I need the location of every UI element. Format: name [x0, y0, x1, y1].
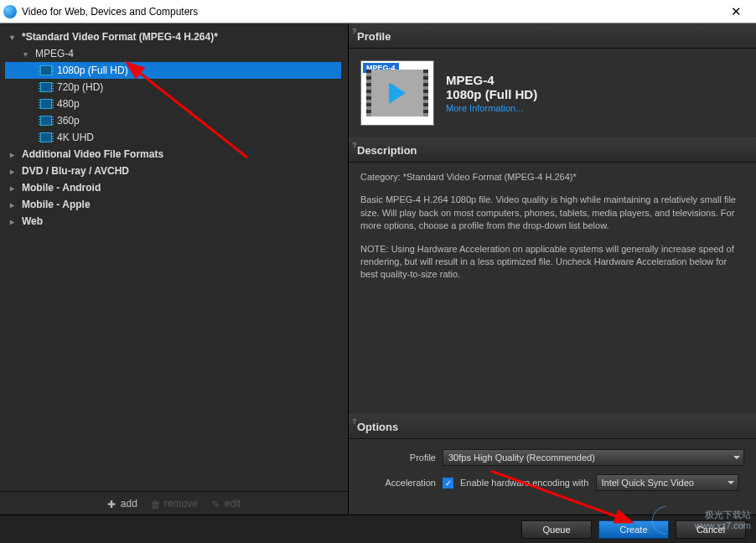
- tree-group-mpeg4[interactable]: ▾MPEG-4: [5, 45, 341, 62]
- help-icon[interactable]: ?: [352, 417, 357, 426]
- section-title: Description: [357, 144, 417, 157]
- chevron-down-icon: ▾: [10, 33, 18, 42]
- description-text-1: Basic MPEG-4 H.264 1080p file. Video qua…: [360, 194, 744, 232]
- help-icon[interactable]: ?: [352, 27, 357, 35]
- description-body: Category: *Standard Video Format (MPEG-4…: [349, 163, 756, 414]
- edit-button[interactable]: ✎edit: [211, 498, 241, 509]
- tree-item-label: 360p: [57, 115, 80, 127]
- tree-group-label: DVD / Blu-ray / AVCHD: [22, 165, 129, 177]
- toolbar-label: edit: [225, 498, 241, 509]
- chevron-right-icon: ▸: [10, 184, 18, 193]
- profile-body: MPEG-4 MPEG-4 1080p (Full HD) More Infor…: [349, 49, 756, 137]
- left-toolbar: ✚add 🗑remove ✎edit: [0, 491, 348, 515]
- pencil-icon: ✎: [211, 499, 221, 509]
- tree-item-label: 4K UHD: [57, 132, 94, 143]
- description-category: Category: *Standard Video Format (MPEG-4…: [360, 171, 744, 184]
- profile-title: MPEG-4: [446, 73, 537, 87]
- cancel-button[interactable]: Cancel: [676, 520, 746, 539]
- options-heading: ?Options: [349, 414, 756, 439]
- chevron-right-icon: ▸: [10, 217, 18, 226]
- profile-thumbnail: MPEG-4: [360, 60, 434, 126]
- section-title: Profile: [357, 30, 391, 43]
- checkbox-label: Enable hardware encoding with: [460, 478, 589, 488]
- profile-info: MPEG-4 1080p (Full HD) More Information.…: [446, 60, 537, 126]
- chevron-right-icon: ▸: [10, 167, 18, 176]
- tree-item-label: 720p (HD): [57, 81, 103, 93]
- trash-icon: 🗑: [151, 499, 161, 509]
- description-text-2: NOTE: Using Hardware Acceleration on app…: [360, 243, 744, 282]
- chevron-right-icon: ▸: [10, 150, 18, 159]
- plus-icon: ✚: [107, 499, 117, 509]
- right-panel: ?Profile MPEG-4 MPEG-4 1080p (Full HD) M…: [349, 23, 756, 515]
- tree-group-dvd[interactable]: ▸DVD / Blu-ray / AVCHD: [5, 163, 341, 179]
- film-icon: [40, 65, 52, 75]
- queue-button[interactable]: Queue: [521, 520, 592, 539]
- film-icon: [40, 99, 52, 109]
- tree-group-web[interactable]: ▸Web: [5, 213, 341, 230]
- tree-item-480p[interactable]: 480p: [5, 96, 341, 112]
- more-info-link[interactable]: More Information...: [446, 103, 537, 113]
- tree-item-4kuhd[interactable]: 4K UHD: [5, 129, 341, 146]
- film-icon: [40, 132, 52, 142]
- create-button[interactable]: Create: [598, 520, 669, 539]
- film-icon: [371, 70, 423, 116]
- toolbar-label: remove: [164, 498, 198, 509]
- profile-heading: ?Profile: [349, 23, 756, 49]
- add-button[interactable]: ✚add: [107, 498, 137, 509]
- play-icon: [389, 82, 406, 104]
- titlebar: Video for Web, Devices and Computers ✕: [0, 0, 756, 23]
- caret-down-icon: [728, 481, 734, 484]
- main-content: ▾*Standard Video Format (MPEG-4 H.264)* …: [0, 23, 756, 515]
- footer: Queue Create Cancel: [0, 515, 756, 543]
- profile-subtitle: 1080p (Full HD): [446, 87, 537, 101]
- select-value: 30fps High Quality (Recommended): [448, 452, 595, 463]
- option-row-acceleration: Acceleration ✓ Enable hardware encoding …: [360, 474, 744, 491]
- option-label: Acceleration: [360, 478, 436, 488]
- profile-select[interactable]: 30fps High Quality (Recommended): [443, 449, 744, 466]
- app-icon: [3, 5, 17, 18]
- tree-group-additional[interactable]: ▸Additional Video File Formats: [5, 146, 341, 163]
- tree-group-apple[interactable]: ▸Mobile - Apple: [5, 196, 341, 213]
- tree-item-720p[interactable]: 720p (HD): [5, 79, 341, 96]
- option-label: Profile: [360, 452, 436, 463]
- tree-item-label: 480p: [57, 98, 80, 110]
- film-icon: [40, 116, 52, 126]
- encoder-select[interactable]: Intel Quick Sync Video: [596, 474, 738, 491]
- remove-button[interactable]: 🗑remove: [151, 498, 198, 509]
- select-value: Intel Quick Sync Video: [602, 478, 694, 488]
- chevron-down-icon: ▾: [23, 49, 32, 59]
- tree-group-label: MPEG-4: [35, 48, 74, 59]
- tree-group-standard[interactable]: ▾*Standard Video Format (MPEG-4 H.264)*: [5, 28, 341, 45]
- left-panel: ▾*Standard Video Format (MPEG-4 H.264)* …: [0, 23, 349, 515]
- tree-group-label: Mobile - Apple: [22, 199, 91, 210]
- toolbar-label: add: [121, 498, 137, 509]
- description-heading: ?Description: [349, 137, 756, 163]
- tree-group-label: Mobile - Android: [22, 182, 101, 194]
- tree-item-360p[interactable]: 360p: [5, 112, 341, 129]
- tree-group-label: *Standard Video Format (MPEG-4 H.264)*: [22, 31, 218, 43]
- tree-group-label: Web: [22, 215, 43, 227]
- window-title: Video for Web, Devices and Computers: [22, 6, 719, 18]
- caret-down-icon: [733, 456, 740, 459]
- chevron-right-icon: ▸: [10, 200, 18, 209]
- close-button[interactable]: ✕: [719, 1, 753, 23]
- tree-group-android[interactable]: ▸Mobile - Android: [5, 179, 341, 196]
- format-tree: ▾*Standard Video Format (MPEG-4 H.264)* …: [0, 23, 348, 491]
- section-title: Options: [357, 421, 398, 433]
- film-icon: [40, 82, 52, 92]
- help-icon[interactable]: ?: [352, 141, 357, 149]
- tree-item-label: 1080p (Full HD): [57, 65, 128, 76]
- tree-item-1080p[interactable]: 1080p (Full HD): [5, 62, 341, 79]
- options-body: Profile 30fps High Quality (Recommended)…: [349, 439, 756, 515]
- hardware-accel-checkbox[interactable]: ✓: [443, 478, 453, 489]
- option-row-profile: Profile 30fps High Quality (Recommended): [360, 449, 744, 466]
- tree-group-label: Additional Video File Formats: [22, 148, 163, 160]
